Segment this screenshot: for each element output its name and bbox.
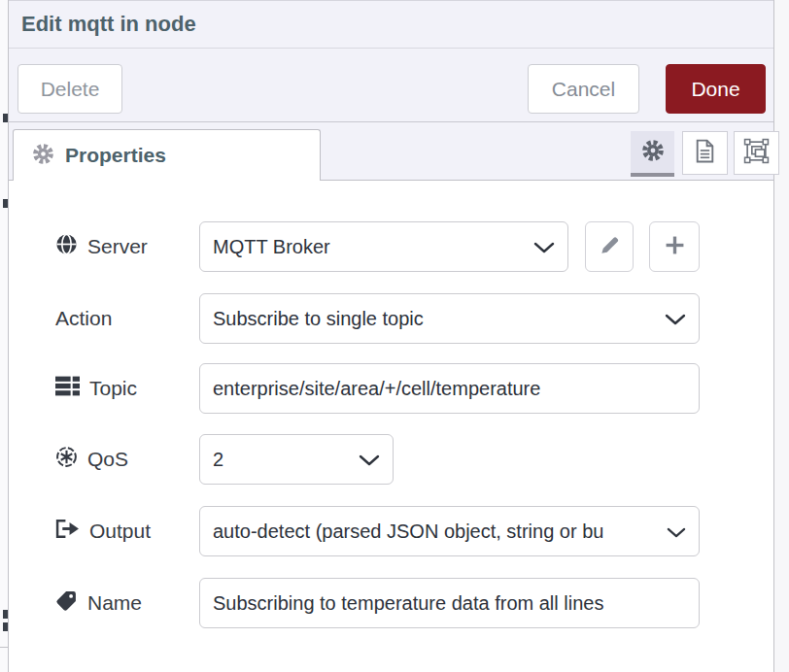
dialog-toolbar: Delete Cancel Done <box>9 49 773 122</box>
chevron-down-icon <box>667 521 686 543</box>
appearance-icon <box>743 138 770 168</box>
document-icon <box>695 139 715 167</box>
workspace-grid-line <box>0 647 8 648</box>
tasks-icon <box>55 376 80 401</box>
workspace-node-fragment <box>3 610 8 619</box>
tab-button-properties[interactable] <box>631 131 674 177</box>
action-label: Action <box>55 293 112 344</box>
name-label: Name <box>55 578 142 628</box>
dialog-header: Edit mqtt in node <box>9 0 773 49</box>
tab-properties[interactable]: Properties <box>13 129 321 181</box>
workspace-node-fragment <box>3 622 8 631</box>
add-server-button[interactable] <box>649 221 700 272</box>
output-select[interactable]: auto-detect (parsed JSON object, string … <box>199 506 700 556</box>
output-label: Output <box>55 506 151 556</box>
globe-icon <box>55 233 78 260</box>
properties-form: Server MQTT Broker <box>9 181 773 672</box>
chevron-down-icon <box>665 308 686 330</box>
edit-tray: Edit mqtt in node Delete Cancel Done Pro… <box>9 0 773 672</box>
server-label: Server <box>55 221 148 272</box>
qos-label: QoS <box>55 434 128 485</box>
delete-button[interactable]: Delete <box>17 64 122 114</box>
dialog-title: Edit mqtt in node <box>21 12 196 37</box>
action-select[interactable]: Subscribe to single topic <box>199 293 700 344</box>
workspace-right-edge <box>773 0 789 672</box>
tab-button-description[interactable] <box>682 131 728 175</box>
chevron-down-icon <box>359 449 380 471</box>
properties-tab-label: Properties <box>65 144 166 167</box>
name-input[interactable] <box>199 578 700 628</box>
chevron-down-icon <box>533 236 555 258</box>
topic-input[interactable] <box>199 363 700 414</box>
sign-out-icon <box>55 519 80 544</box>
gear-icon <box>32 143 54 169</box>
cancel-button[interactable]: Cancel <box>528 64 639 114</box>
edit-mqtt-in-node-dialog: Edit mqtt in node Delete Cancel Done Pro… <box>0 0 789 672</box>
circle-asterisk-icon <box>55 446 78 473</box>
workspace-left-edge <box>0 0 9 672</box>
done-button[interactable]: Done <box>666 64 766 114</box>
tab-bar: Properties <box>9 122 773 181</box>
workspace-node-fragment <box>3 114 8 122</box>
tab-button-appearance[interactable] <box>734 131 779 175</box>
edit-server-button[interactable] <box>585 221 634 272</box>
workspace-node-fragment <box>3 199 8 208</box>
gear-icon <box>641 139 665 166</box>
pencil-icon <box>599 234 621 260</box>
topic-label: Topic <box>55 363 137 414</box>
server-select[interactable]: MQTT Broker <box>199 221 568 272</box>
tag-icon <box>55 589 78 617</box>
qos-select[interactable]: 2 <box>199 434 394 485</box>
plus-icon <box>665 235 685 259</box>
